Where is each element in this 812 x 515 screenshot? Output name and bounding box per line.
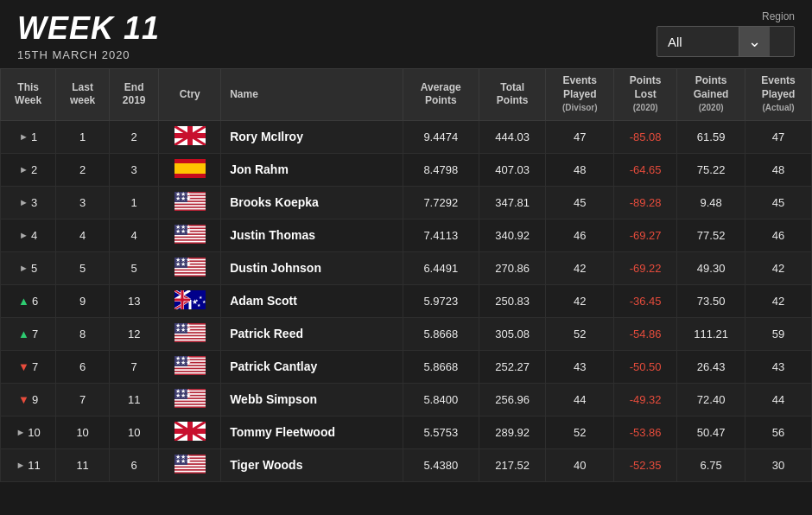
player-name: Webb Simpson [221,383,403,416]
points-lost: -36.45 [614,284,677,317]
svg-rect-50 [181,290,183,309]
points-lost: -53.86 [614,416,677,448]
avg-points: 7.4113 [403,219,479,251]
this-week-rank: ▼ 9 [1,383,56,416]
points-lost: -69.22 [614,251,677,284]
events-played-actual: 43 [745,350,812,383]
this-week-rank: ► 11 [1,448,56,481]
player-name: Tommy Fleetwood [221,416,403,448]
svg-rect-62 [174,338,206,340]
table-row: ► 11 11 6 ★★★ ★★★ Tiger Woods 5.4380 217… [1,448,812,481]
region-dropdown[interactable]: All ⌄ [657,26,795,57]
svg-rect-100 [174,469,206,471]
avg-points: 5.8400 [403,383,479,416]
country-flag: ★★★ ★★★ [159,383,221,416]
events-played: 52 [546,416,614,448]
svg-rect-83 [174,400,206,402]
player-name: Jon Rahm [221,153,403,186]
points-lost: -54.86 [614,317,677,350]
table-header-row: ThisWeek Lastweek End2019 Ctry Name Aver… [1,69,812,121]
svg-rect-34 [174,269,206,270]
points-lost: -85.08 [614,120,677,153]
last-week-rank: 9 [56,284,110,317]
week-date: 15TH MARCH 2020 [17,48,160,61]
svg-rect-14 [174,209,206,211]
country-flag [159,120,221,153]
svg-rect-24 [174,239,206,241]
country-flag: ★★★ ★★★ [159,448,221,481]
col-this-week: ThisWeek [1,69,56,121]
points-gained: 75.22 [677,153,745,186]
events-played-actual: 30 [745,448,812,481]
end-2019-rank: 7 [109,350,159,383]
events-played: 52 [546,317,614,350]
svg-rect-36 [174,275,206,277]
points-gained: 9.48 [677,186,745,219]
this-week-rank: ► 4 [1,219,56,251]
country-flag: ★ ★ ★ ★ ★ [159,284,221,317]
events-played-actual: 45 [745,186,812,219]
svg-rect-6 [174,163,206,174]
end-2019-rank: 11 [109,383,159,416]
avg-points: 5.8668 [403,350,479,383]
total-points: 256.96 [479,383,545,416]
avg-points: 5.4380 [403,448,479,481]
end-2019-rank: 2 [109,120,159,153]
last-week-rank: 4 [56,219,110,251]
this-week-rank: ► 3 [1,186,56,219]
points-gained: 73.50 [677,284,745,317]
last-week-rank: 2 [56,153,110,186]
total-points: 407.03 [479,153,545,186]
this-week-rank: ▼ 7 [1,350,56,383]
week-title: WEEK 11 [17,10,160,47]
col-name: Name [221,69,403,121]
total-points: 250.83 [479,284,545,317]
total-points: 289.92 [479,416,545,448]
events-played-actual: 47 [745,120,812,153]
col-total-points: TotalPoints [479,69,545,121]
end-2019-rank: 3 [109,153,159,186]
total-points: 444.03 [479,120,545,153]
table-row: ▲ 6 9 13 ★ ★ ★ ★ ★ Adam Scott 5.9 [1,284,812,317]
week-info: WEEK 11 15TH MARCH 2020 [17,10,160,61]
trend-same-icon: ► [19,164,29,175]
last-week-rank: 11 [56,448,110,481]
trend-same-icon: ► [19,263,29,273]
events-played: 47 [546,120,614,153]
table-body: ► 1 1 2 Rory McIlroy 9.4474 444.03 47 -8… [1,120,812,481]
rankings-table: ThisWeek Lastweek End2019 Ctry Name Aver… [0,68,812,482]
col-events-played-actual: EventsPlayed(Actual) [745,69,812,121]
country-flag [159,416,221,448]
table-row: ► 10 10 10 Tommy Fleetwood 5.5753 289.92… [1,416,812,448]
col-events-played: EventsPlayed(Divisor) [546,69,614,121]
last-week-rank: 1 [56,120,110,153]
table-row: ► 4 4 4 ★★★ ★★★ Justin Thomas 7.4113 340… [1,219,812,251]
points-gained: 26.43 [677,350,745,383]
events-played: 40 [546,448,614,481]
this-week-rank: ▲ 6 [1,284,56,317]
events-played: 43 [546,350,614,383]
points-gained: 49.30 [677,251,745,284]
total-points: 340.92 [479,219,545,251]
table-row: ► 3 3 1 ★★★ ★★★ Brooks Koepka 7.7292 347… [1,186,812,219]
points-gained: 6.75 [677,448,745,481]
avg-points: 7.7292 [403,186,479,219]
events-played-actual: 42 [745,284,812,317]
player-name: Patrick Cantlay [221,350,403,383]
total-points: 270.86 [479,251,545,284]
events-played: 44 [546,383,614,416]
player-name: Adam Scott [221,284,403,317]
svg-text:★★★: ★★★ [175,389,191,394]
svg-text:★★★: ★★★ [175,455,191,460]
total-points: 252.27 [479,350,545,383]
region-selector: Region All ⌄ [657,10,795,57]
points-lost: -64.65 [614,153,677,186]
svg-rect-74 [174,373,206,375]
last-week-rank: 3 [56,186,110,219]
table-row: ▼ 7 6 7 ★★★ ★★★ Patrick Cantlay 5.8668 2… [1,350,812,383]
last-week-rank: 10 [56,416,110,448]
total-points: 217.52 [479,448,545,481]
points-lost: -89.28 [614,186,677,219]
svg-text:★★★: ★★★ [175,225,191,230]
points-gained: 111.21 [677,317,745,350]
